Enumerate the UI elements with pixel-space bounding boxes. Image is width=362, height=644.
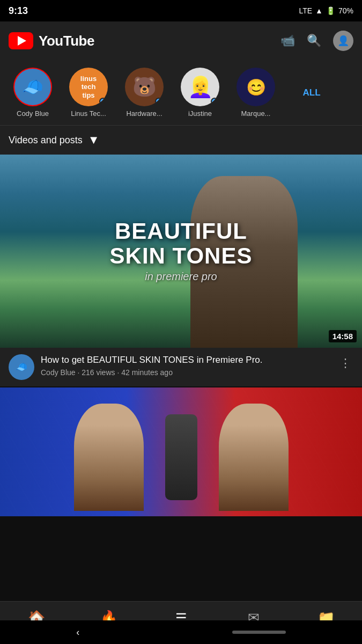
- battery-icon: 🔋: [326, 6, 335, 15]
- channel-name-marques: Marque...: [241, 109, 271, 118]
- person-face-right: [219, 404, 289, 511]
- channel-item-linus[interactable]: linustechtips Linus Tec...: [64, 68, 113, 118]
- thumbnail-bg-2: [0, 387, 362, 516]
- camera-button[interactable]: 📹: [280, 34, 295, 48]
- hardware-bear-icon: 🐻: [132, 76, 157, 98]
- more-options-button-1[interactable]: ⋮: [337, 354, 353, 372]
- channel-avatar-linus: linustechtips: [69, 68, 108, 106]
- android-home-pill[interactable]: [232, 631, 286, 634]
- main-content: BEAUTIFUL SKIN TONES in premiere pro 14:…: [0, 155, 362, 516]
- channel-avatar-cody: 🧢: [13, 68, 52, 106]
- hardware-new-dot: [155, 98, 162, 105]
- filter-bar: Videos and posts ▼: [0, 126, 362, 155]
- ijustine-new-dot: [211, 98, 218, 105]
- youtube-logo-icon: [9, 32, 33, 49]
- channel-name-linus: Linus Tec...: [71, 109, 106, 118]
- channel-name-cody: Cody Blue: [17, 109, 49, 118]
- battery-level: 70%: [338, 6, 353, 15]
- channel-thumb-icon: 🧢: [16, 361, 27, 373]
- thumbnail-2[interactable]: [0, 387, 362, 516]
- all-label[interactable]: ALL: [301, 87, 322, 98]
- video-time-1: 42 minutes ago: [121, 368, 173, 377]
- center-object: [165, 414, 197, 500]
- video-views-1: 216 views: [82, 368, 115, 377]
- video-card-2: [0, 387, 362, 516]
- user-avatar[interactable]: 👤: [333, 31, 353, 51]
- video-channel-1: Cody Blue: [41, 368, 76, 377]
- video-card-1: BEAUTIFUL SKIN TONES in premiere pro 14:…: [0, 155, 362, 386]
- channel-avatar-hardware: 🐻: [125, 68, 164, 106]
- status-icons: LTE ▲ 🔋 70%: [299, 6, 353, 15]
- android-nav-bar: ‹: [0, 620, 362, 644]
- channel-item-marques[interactable]: 😊 Marque...: [232, 68, 280, 118]
- linus-new-dot: [99, 98, 107, 105]
- back-button[interactable]: ‹: [76, 627, 79, 638]
- youtube-wordmark: YouTube: [39, 33, 94, 49]
- video-meta-1: How to get BEAUTIFUL SKIN TONES in Premi…: [41, 354, 331, 377]
- logo-area: YouTube: [9, 32, 94, 49]
- lte-icon: LTE: [299, 6, 312, 15]
- filter-dropdown-icon[interactable]: ▼: [88, 133, 100, 147]
- cody-avatar-icon: 🧢: [22, 77, 43, 97]
- channel-item-hardware[interactable]: 🐻 Hardware...: [120, 68, 168, 118]
- signal-icon: ▲: [315, 6, 323, 15]
- status-time: 9:13: [9, 5, 28, 17]
- channel-name-ijustine: iJustine: [188, 109, 212, 118]
- channel-thumb-1[interactable]: 🧢: [9, 354, 34, 380]
- thumbnail-1[interactable]: BEAUTIFUL SKIN TONES in premiere pro 14:…: [0, 155, 362, 348]
- all-channels-button[interactable]: ALL: [287, 87, 336, 98]
- channel-item-ijustine[interactable]: 👱‍♀️ iJustine: [176, 68, 224, 118]
- avatar-icon: 👤: [337, 35, 349, 47]
- video-info-1: 🧢 How to get BEAUTIFUL SKIN TONES in Pre…: [0, 348, 362, 386]
- person-silhouette: [190, 176, 298, 348]
- thumbnail-bg-1: BEAUTIFUL SKIN TONES in premiere pro 14:…: [0, 155, 362, 348]
- duration-badge-1: 14:58: [329, 330, 357, 342]
- channel-item-cody[interactable]: 🧢 Cody Blue: [9, 68, 57, 118]
- search-button[interactable]: 🔍: [307, 34, 321, 48]
- person-face-left: [74, 404, 144, 511]
- channel-name-hardware: Hardware...: [126, 109, 162, 118]
- subscriptions-row: 🧢 Cody Blue linustechtips Linus Tec... 🐻…: [0, 60, 362, 126]
- filter-label: Videos and posts: [9, 135, 83, 146]
- people-row: [74, 404, 289, 500]
- linus-text: linustechtips: [80, 75, 97, 100]
- header-actions: 📹 🔍 👤: [280, 31, 353, 51]
- thumbnail-landscape: [0, 155, 362, 348]
- channel-avatar-marques: 😊: [237, 68, 275, 106]
- app-header: YouTube 📹 🔍 👤: [0, 21, 362, 60]
- video-sub-1: Cody Blue · 216 views · 42 minutes ago: [41, 368, 331, 377]
- status-bar: 9:13 LTE ▲ 🔋 70%: [0, 0, 362, 21]
- channel-avatar-ijustine: 👱‍♀️: [181, 68, 219, 106]
- video-title-1[interactable]: How to get BEAUTIFUL SKIN TONES in Premi…: [41, 354, 331, 366]
